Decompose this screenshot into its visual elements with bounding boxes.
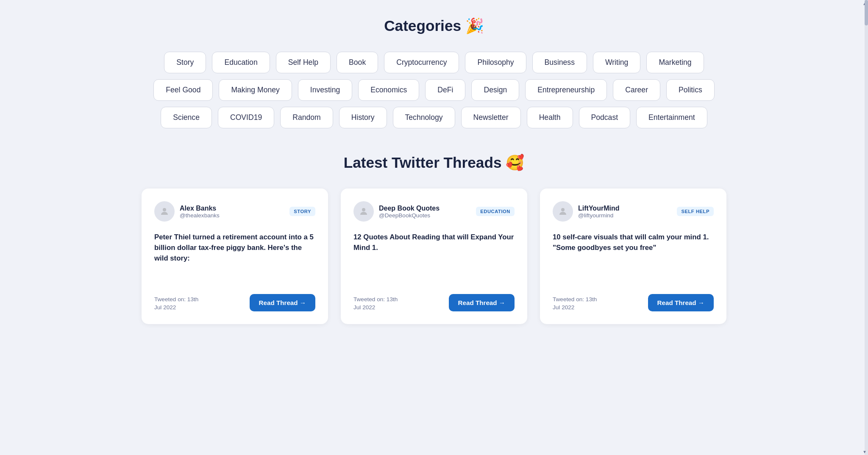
category-book[interactable]: Book	[337, 52, 378, 73]
category-career[interactable]: Career	[613, 79, 660, 101]
avatar-icon-2	[359, 206, 369, 216]
card-footer-2: Tweeted on: 13th Jul 2022 Read Thread →	[353, 294, 515, 311]
category-badge-3: SELF HELP	[677, 207, 714, 216]
category-defi[interactable]: DeFi	[425, 79, 465, 101]
category-health[interactable]: Health	[527, 107, 573, 128]
author-name-2: Deep Book Quotes	[379, 205, 440, 212]
card-author-2: Deep Book Quotes @DeepBookQuotes	[353, 201, 440, 222]
tweet-date-3: Tweeted on: 13th Jul 2022	[553, 295, 597, 311]
author-info-3: LiftYourMind @liftyourmind	[578, 205, 619, 219]
category-badge-2: EDUCATION	[476, 207, 515, 216]
card-author-3: LiftYourMind @liftyourmind	[553, 201, 619, 222]
categories-grid: Story Education Self Help Book Cryptocur…	[142, 52, 726, 128]
author-handle-2: @DeepBookQuotes	[379, 212, 440, 219]
thread-card-3: LiftYourMind @liftyourmind SELF HELP 10 …	[540, 189, 726, 324]
card-author-1: Alex Banks @thealexbanks	[154, 201, 220, 222]
card-footer-1: Tweeted on: 13th Jul 2022 Read Thread →	[154, 294, 315, 311]
category-history[interactable]: History	[339, 107, 387, 128]
category-newsletter[interactable]: Newsletter	[461, 107, 521, 128]
category-business[interactable]: Business	[532, 52, 587, 73]
tweet-date-1: Tweeted on: 13th Jul 2022	[154, 295, 198, 311]
card-header-2: Deep Book Quotes @DeepBookQuotes EDUCATI…	[353, 201, 515, 222]
category-economics[interactable]: Economics	[358, 79, 419, 101]
threads-grid: Alex Banks @thealexbanks STORY Peter Thi…	[142, 189, 726, 324]
tweet-date-2: Tweeted on: 13th Jul 2022	[353, 295, 398, 311]
scroll-down-arrow[interactable]: ▼	[861, 448, 868, 455]
thread-excerpt-1: Peter Thiel turned a retirement account …	[154, 232, 315, 284]
svg-point-2	[561, 208, 565, 211]
read-thread-btn-1[interactable]: Read Thread →	[250, 294, 315, 311]
category-random[interactable]: Random	[280, 107, 333, 128]
svg-point-0	[163, 208, 166, 211]
author-name-1: Alex Banks	[180, 205, 220, 212]
avatar-1	[154, 201, 175, 222]
thread-card-1: Alex Banks @thealexbanks STORY Peter Thi…	[142, 189, 328, 324]
category-self-help[interactable]: Self Help	[276, 52, 331, 73]
category-design[interactable]: Design	[471, 79, 519, 101]
category-entertainment[interactable]: Entertainment	[636, 107, 707, 128]
category-making-money[interactable]: Making Money	[219, 79, 292, 101]
read-thread-btn-3[interactable]: Read Thread →	[648, 294, 714, 311]
thread-excerpt-2: 12 Quotes About Reading that will Expand…	[353, 232, 515, 284]
read-thread-btn-2[interactable]: Read Thread →	[449, 294, 515, 311]
category-feel-good[interactable]: Feel Good	[153, 79, 213, 101]
author-handle-1: @thealexbanks	[180, 212, 220, 219]
avatar-icon-3	[558, 206, 568, 216]
svg-point-1	[362, 208, 365, 211]
avatar-2	[353, 201, 374, 222]
author-handle-3: @liftyourmind	[578, 212, 619, 219]
category-covid19[interactable]: COVID19	[218, 107, 274, 128]
category-education[interactable]: Education	[212, 52, 270, 73]
card-header-3: LiftYourMind @liftyourmind SELF HELP	[553, 201, 714, 222]
category-entrepreneurship[interactable]: Entrepreneurship	[525, 79, 607, 101]
category-philosophy[interactable]: Philosophy	[465, 52, 526, 73]
category-science[interactable]: Science	[161, 107, 212, 128]
card-footer-3: Tweeted on: 13th Jul 2022 Read Thread →	[553, 294, 714, 311]
author-name-3: LiftYourMind	[578, 205, 619, 212]
thread-card-2: Deep Book Quotes @DeepBookQuotes EDUCATI…	[341, 189, 527, 324]
category-technology[interactable]: Technology	[393, 107, 455, 128]
category-politics[interactable]: Politics	[666, 79, 715, 101]
category-podcast[interactable]: Podcast	[579, 107, 631, 128]
category-marketing[interactable]: Marketing	[646, 52, 704, 73]
category-writing[interactable]: Writing	[593, 52, 640, 73]
author-info-2: Deep Book Quotes @DeepBookQuotes	[379, 205, 440, 219]
category-badge-1: STORY	[289, 207, 315, 216]
avatar-icon-1	[159, 206, 170, 216]
category-investing[interactable]: Investing	[298, 79, 352, 101]
scrollbar[interactable]: ▲ ▼	[865, 0, 868, 455]
category-cryptocurrency[interactable]: Cryptocurrency	[384, 52, 459, 73]
scrollbar-thumb[interactable]	[865, 0, 868, 25]
avatar-3	[553, 201, 573, 222]
author-info-1: Alex Banks @thealexbanks	[180, 205, 220, 219]
thread-excerpt-3: 10 self-care visuals that will calm your…	[553, 232, 714, 284]
category-story[interactable]: Story	[164, 52, 206, 73]
card-header-1: Alex Banks @thealexbanks STORY	[154, 201, 315, 222]
threads-title: Latest Twitter Threads 🥰	[142, 154, 726, 172]
categories-title: Categories 🎉	[142, 17, 726, 35]
